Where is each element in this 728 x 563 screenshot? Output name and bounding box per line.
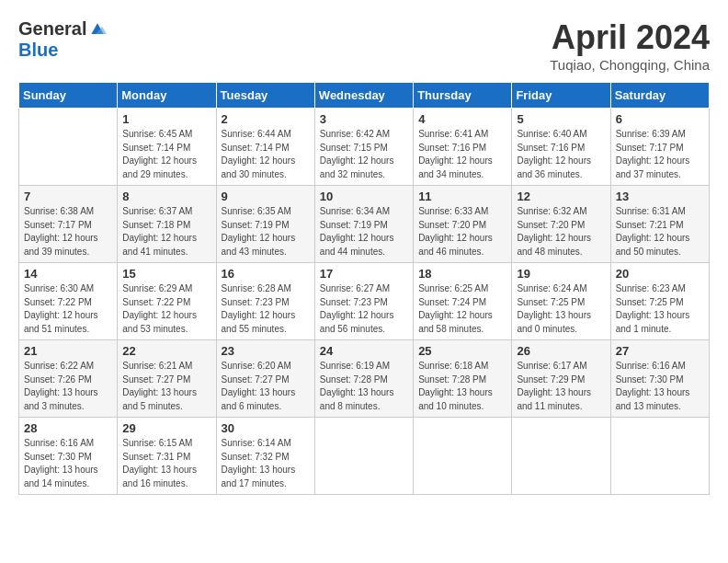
title-block: April 2024 Tuqiao, Chongqing, China: [550, 18, 710, 73]
calendar-cell: 28Sunrise: 6:16 AM Sunset: 7:30 PM Dayli…: [19, 418, 118, 495]
calendar-cell: [314, 418, 413, 495]
calendar-cell: 15Sunrise: 6:29 AM Sunset: 7:22 PM Dayli…: [118, 263, 216, 340]
calendar-cell: 5Sunrise: 6:40 AM Sunset: 7:16 PM Daylig…: [512, 109, 610, 186]
logo-general: General: [18, 18, 86, 40]
day-info: Sunrise: 6:16 AM Sunset: 7:30 PM Dayligh…: [616, 360, 704, 413]
day-number: 16: [222, 267, 310, 281]
day-info: Sunrise: 6:14 AM Sunset: 7:32 PM Dayligh…: [222, 437, 310, 490]
calendar-cell: 18Sunrise: 6:25 AM Sunset: 7:24 PM Dayli…: [414, 263, 512, 340]
day-number: 28: [24, 421, 112, 435]
day-number: 4: [418, 112, 506, 126]
calendar-cell: 8Sunrise: 6:37 AM Sunset: 7:18 PM Daylig…: [118, 186, 216, 263]
day-number: 23: [222, 344, 310, 358]
page-header: General Blue April 2024 Tuqiao, Chongqin…: [18, 18, 710, 73]
calendar-cell: 30Sunrise: 6:14 AM Sunset: 7:32 PM Dayli…: [216, 418, 314, 495]
day-number: 8: [122, 190, 210, 203]
calendar-cell: 7Sunrise: 6:38 AM Sunset: 7:17 PM Daylig…: [19, 186, 118, 263]
day-number: 12: [517, 190, 605, 203]
calendar-cell: 22Sunrise: 6:21 AM Sunset: 7:27 PM Dayli…: [118, 340, 216, 418]
day-number: 14: [24, 267, 112, 281]
day-info: Sunrise: 6:42 AM Sunset: 7:15 PM Dayligh…: [320, 128, 408, 181]
day-info: Sunrise: 6:20 AM Sunset: 7:27 PM Dayligh…: [222, 360, 310, 413]
location-subtitle: Tuqiao, Chongqing, China: [550, 57, 710, 73]
day-number: 30: [222, 421, 310, 435]
month-title: April 2024: [550, 18, 710, 57]
day-info: Sunrise: 6:34 AM Sunset: 7:19 PM Dayligh…: [320, 205, 408, 259]
day-header-saturday: Saturday: [610, 83, 709, 109]
calendar-cell: 11Sunrise: 6:33 AM Sunset: 7:20 PM Dayli…: [414, 186, 512, 263]
day-number: 19: [517, 267, 605, 281]
day-header-tuesday: Tuesday: [216, 83, 314, 109]
day-number: 13: [616, 190, 704, 203]
calendar-week-row: 1Sunrise: 6:45 AM Sunset: 7:14 PM Daylig…: [19, 109, 710, 186]
day-number: 21: [24, 344, 112, 358]
calendar-cell: 1Sunrise: 6:45 AM Sunset: 7:14 PM Daylig…: [118, 109, 216, 186]
day-number: 17: [320, 267, 408, 281]
calendar-week-row: 28Sunrise: 6:16 AM Sunset: 7:30 PM Dayli…: [19, 418, 710, 495]
day-info: Sunrise: 6:40 AM Sunset: 7:16 PM Dayligh…: [517, 128, 605, 181]
day-header-monday: Monday: [118, 83, 216, 109]
calendar-header-row: SundayMondayTuesdayWednesdayThursdayFrid…: [19, 83, 710, 109]
logo-icon: [88, 20, 107, 39]
calendar-cell: [512, 418, 610, 495]
day-info: Sunrise: 6:25 AM Sunset: 7:24 PM Dayligh…: [418, 282, 506, 336]
day-number: 3: [320, 112, 408, 126]
calendar-cell: [414, 418, 512, 495]
calendar-table: SundayMondayTuesdayWednesdayThursdayFrid…: [18, 82, 710, 495]
calendar-cell: 12Sunrise: 6:32 AM Sunset: 7:20 PM Dayli…: [512, 186, 610, 263]
calendar-cell: 19Sunrise: 6:24 AM Sunset: 7:25 PM Dayli…: [512, 263, 610, 340]
day-number: 6: [616, 112, 704, 126]
day-number: 20: [616, 267, 704, 281]
calendar-cell: 29Sunrise: 6:15 AM Sunset: 7:31 PM Dayli…: [118, 418, 216, 495]
day-number: 26: [517, 344, 605, 358]
day-info: Sunrise: 6:16 AM Sunset: 7:30 PM Dayligh…: [24, 437, 112, 490]
day-number: 10: [320, 190, 408, 203]
day-number: 27: [616, 344, 704, 358]
day-info: Sunrise: 6:24 AM Sunset: 7:25 PM Dayligh…: [517, 282, 605, 336]
calendar-cell: 27Sunrise: 6:16 AM Sunset: 7:30 PM Dayli…: [610, 340, 709, 418]
day-info: Sunrise: 6:37 AM Sunset: 7:18 PM Dayligh…: [122, 205, 210, 259]
day-info: Sunrise: 6:27 AM Sunset: 7:23 PM Dayligh…: [320, 282, 408, 336]
calendar-cell: 6Sunrise: 6:39 AM Sunset: 7:17 PM Daylig…: [610, 109, 709, 186]
day-header-thursday: Thursday: [414, 83, 512, 109]
calendar-cell: 10Sunrise: 6:34 AM Sunset: 7:19 PM Dayli…: [314, 186, 413, 263]
calendar-week-row: 7Sunrise: 6:38 AM Sunset: 7:17 PM Daylig…: [19, 186, 710, 263]
logo-blue: Blue: [18, 40, 58, 61]
day-info: Sunrise: 6:33 AM Sunset: 7:20 PM Dayligh…: [418, 205, 506, 259]
day-number: 9: [222, 190, 310, 203]
calendar-cell: 4Sunrise: 6:41 AM Sunset: 7:16 PM Daylig…: [414, 109, 512, 186]
day-info: Sunrise: 6:21 AM Sunset: 7:27 PM Dayligh…: [122, 360, 210, 413]
day-info: Sunrise: 6:44 AM Sunset: 7:14 PM Dayligh…: [222, 128, 310, 181]
day-number: 7: [24, 190, 112, 203]
day-info: Sunrise: 6:28 AM Sunset: 7:23 PM Dayligh…: [222, 282, 310, 336]
logo: General Blue: [18, 18, 107, 61]
day-info: Sunrise: 6:15 AM Sunset: 7:31 PM Dayligh…: [122, 437, 210, 490]
calendar-cell: 14Sunrise: 6:30 AM Sunset: 7:22 PM Dayli…: [19, 263, 118, 340]
day-info: Sunrise: 6:30 AM Sunset: 7:22 PM Dayligh…: [24, 282, 112, 336]
day-number: 22: [122, 344, 210, 358]
calendar-week-row: 21Sunrise: 6:22 AM Sunset: 7:26 PM Dayli…: [19, 340, 710, 418]
calendar-cell: 25Sunrise: 6:18 AM Sunset: 7:28 PM Dayli…: [414, 340, 512, 418]
day-info: Sunrise: 6:23 AM Sunset: 7:25 PM Dayligh…: [616, 282, 704, 336]
day-info: Sunrise: 6:29 AM Sunset: 7:22 PM Dayligh…: [122, 282, 210, 336]
calendar-cell: 26Sunrise: 6:17 AM Sunset: 7:29 PM Dayli…: [512, 340, 610, 418]
calendar-cell: 20Sunrise: 6:23 AM Sunset: 7:25 PM Dayli…: [610, 263, 709, 340]
day-info: Sunrise: 6:32 AM Sunset: 7:20 PM Dayligh…: [517, 205, 605, 259]
day-header-friday: Friday: [512, 83, 610, 109]
day-header-sunday: Sunday: [19, 83, 118, 109]
day-number: 5: [517, 112, 605, 126]
calendar-cell: 16Sunrise: 6:28 AM Sunset: 7:23 PM Dayli…: [216, 263, 314, 340]
day-info: Sunrise: 6:22 AM Sunset: 7:26 PM Dayligh…: [24, 360, 112, 413]
day-info: Sunrise: 6:18 AM Sunset: 7:28 PM Dayligh…: [418, 360, 506, 413]
calendar-cell: 9Sunrise: 6:35 AM Sunset: 7:19 PM Daylig…: [216, 186, 314, 263]
calendar-cell: 21Sunrise: 6:22 AM Sunset: 7:26 PM Dayli…: [19, 340, 118, 418]
calendar-cell: 23Sunrise: 6:20 AM Sunset: 7:27 PM Dayli…: [216, 340, 314, 418]
day-number: 15: [122, 267, 210, 281]
calendar-cell: [610, 418, 709, 495]
day-info: Sunrise: 6:19 AM Sunset: 7:28 PM Dayligh…: [320, 360, 408, 413]
day-number: 1: [122, 112, 210, 126]
day-info: Sunrise: 6:41 AM Sunset: 7:16 PM Dayligh…: [418, 128, 506, 181]
day-number: 25: [418, 344, 506, 358]
day-number: 2: [222, 112, 310, 126]
day-number: 24: [320, 344, 408, 358]
